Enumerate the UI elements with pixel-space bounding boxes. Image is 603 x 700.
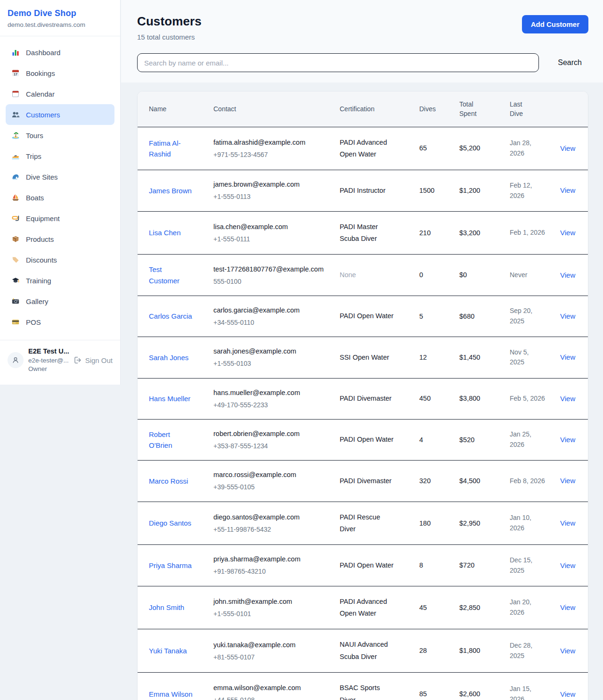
sidebar-item-dive-sites[interactable]: Dive Sites [6,166,114,187]
customer-certification: PADI Advanced Open Water [340,596,395,620]
sidebar-item-gallery[interactable]: Gallery [6,291,114,312]
table-row: Test Customer test-1772681807767@example… [138,255,588,296]
sign-out-button[interactable]: Sign Out [73,356,114,364]
sidebar-item-boats[interactable]: Boats [6,187,114,208]
sidebar-item-customers[interactable]: Customers [6,104,114,125]
view-customer-link[interactable]: View [560,271,575,279]
column-header-name: Name [138,91,206,127]
customer-total-spent: $1,800 [459,647,480,654]
view-customer-link[interactable]: View [560,647,575,655]
view-customer-link[interactable]: View [560,561,575,569]
search-button[interactable]: Search [553,55,587,71]
sidebar-item-tours[interactable]: Tours [6,125,114,146]
customer-name-link[interactable]: Sarah Jones [149,352,188,363]
customer-dives: 1500 [419,187,434,194]
customer-phone: +55-11-99876-5432 [213,525,325,534]
customer-dives: 180 [419,519,431,527]
column-header-total-spent: Total Spent [452,91,502,127]
customer-phone: +91-98765-43210 [213,567,325,576]
customer-dives: 45 [419,604,427,611]
sidebar-item-calendar[interactable]: Calendar [6,83,114,104]
customer-name-link[interactable]: Marco Rossi [149,476,188,486]
view-customer-link[interactable]: View [560,395,575,403]
view-customer-link[interactable]: View [560,312,575,320]
add-customer-button[interactable]: Add Customer [522,15,588,33]
customer-total-spent: $3,200 [459,229,480,237]
sidebar-item-equipment[interactable]: Equipment [6,208,114,229]
sign-out-icon [73,356,82,364]
products-icon [11,235,20,243]
shop-header[interactable]: Demo Dive Shop demo.test.divestreams.com [0,0,120,36]
sidebar-item-trips[interactable]: Trips [6,146,114,166]
customer-email: hans.mueller@example.com [213,388,325,398]
customer-dives: 320 [419,477,431,485]
customer-total-spent: $0 [459,271,467,279]
customer-dives: 12 [419,354,427,361]
view-customer-link[interactable]: View [560,477,575,485]
content-area: Name Contact Certification Dives Total S… [121,82,603,700]
customer-name-link[interactable]: Lisa Chen [149,227,181,238]
customer-dives: 85 [419,690,427,698]
customer-name-link[interactable]: Diego Santos [149,518,191,528]
customer-name-link[interactable]: John Smith [149,602,184,613]
sidebar-item-dashboard[interactable]: Dashboard [6,42,114,63]
customer-name-link[interactable]: Hans Mueller [149,393,190,404]
customer-last-dive: Feb 1, 2026 [510,229,545,236]
customer-last-dive: Sep 20, 2025 [510,307,532,325]
view-customer-link[interactable]: View [560,603,575,611]
customer-phone: +81-555-0107 [213,652,325,662]
view-customer-link[interactable]: View [560,353,575,361]
customer-last-dive: Jan 15, 2026 [510,685,531,700]
customer-name-link[interactable]: Priya Sharma [149,560,192,571]
view-customer-link[interactable]: View [560,690,575,698]
customer-email: priya.sharma@example.com [213,554,325,564]
customer-dives: 5 [419,313,423,320]
customer-total-spent: $1,450 [459,354,480,361]
tours-icon [11,131,20,140]
customer-certification: PADI Open Water [340,560,393,571]
customer-phone: +44-555-0108 [213,695,325,700]
column-header-dives: Dives [412,91,452,127]
customer-phone: +49-170-555-2233 [213,400,325,410]
customer-email: test-1772681807767@example.com [213,264,325,274]
dive-sites-icon [11,173,20,181]
customer-email: fatima.alrashid@example.com [213,138,325,148]
customer-name-link[interactable]: Yuki Tanaka [149,645,187,656]
pos-icon [11,318,20,326]
customer-phone: +1-555-0113 [213,192,325,201]
customer-name-link[interactable]: Test Customer [149,264,193,286]
sidebar-item-discounts[interactable]: Discounts [6,249,114,270]
customer-total-spent: $4,500 [459,477,480,485]
table-row: Diego Santos diego.santos@example.com +5… [138,502,588,545]
view-customer-link[interactable]: View [560,229,575,237]
customer-certification: PADI Instructor [340,185,385,197]
customer-email: lisa.chen@example.com [213,222,325,232]
sidebar-item-pos[interactable]: POS [6,312,114,332]
customer-name-link[interactable]: Robert O'Brien [149,429,193,451]
equipment-icon [11,214,20,222]
customer-name-link[interactable]: Fatima Al-Rashid [149,138,193,160]
sidebar-item-bookings[interactable]: 17 Bookings [6,63,114,83]
view-customer-link[interactable]: View [560,186,575,194]
customer-name-link[interactable]: James Brown [149,185,192,196]
view-customer-link[interactable]: View [560,144,575,152]
page-header: Customers 15 total customers Add Custome… [121,0,603,82]
customer-phone: +34-555-0110 [213,318,325,327]
user-role: Owner [28,365,68,373]
customer-certification: None [340,269,356,281]
sidebar-item-training[interactable]: Training [6,270,114,291]
page-title: Customers [137,14,202,29]
customer-email: james.brown@example.com [213,180,325,189]
calendar-icon [11,90,20,98]
customer-name-link[interactable]: Carlos Garcia [149,311,192,321]
view-customer-link[interactable]: View [560,519,575,527]
customer-name-link[interactable]: Emma Wilson [149,689,193,700]
customer-certification: PADI Advanced Open Water [340,137,395,161]
sidebar-item-products[interactable]: Products [6,229,114,249]
customer-last-dive: Feb 12, 2026 [510,181,532,199]
main-content: Customers 15 total customers Add Custome… [121,0,603,700]
customer-email: yuki.tanaka@example.com [213,640,325,650]
search-input[interactable] [137,53,539,72]
view-customer-link[interactable]: View [560,436,575,444]
user-meta: E2E Test U... e2e-tester@... Owner [28,347,68,373]
